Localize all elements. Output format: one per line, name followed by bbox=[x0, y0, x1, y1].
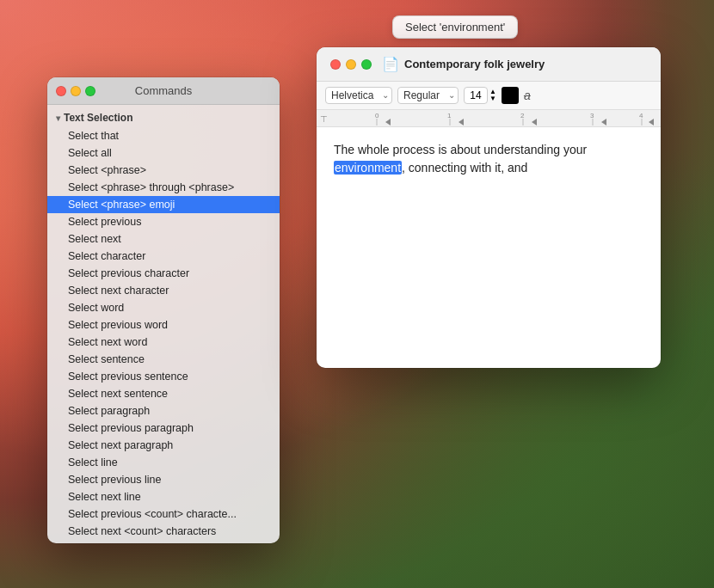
list-item[interactable]: Select next bbox=[47, 230, 280, 248]
chevron-down-icon: ▾ bbox=[56, 113, 60, 123]
list-item[interactable]: Select that bbox=[47, 127, 280, 144]
commands-window: Commands ▾ Text Selection Select that Se… bbox=[47, 77, 280, 543]
doc-ruler: ⊤ 0 1 2 3 4 bbox=[317, 110, 661, 127]
minimize-button[interactable] bbox=[71, 86, 81, 96]
svg-text:⊤: ⊤ bbox=[320, 114, 328, 124]
svg-text:1: 1 bbox=[447, 112, 452, 119]
doc-text-highlighted: environment bbox=[334, 161, 402, 175]
list-item[interactable]: Select previous character bbox=[47, 265, 280, 282]
style-selector[interactable]: Regular bbox=[397, 87, 459, 104]
svg-text:2: 2 bbox=[520, 112, 525, 119]
list-item-selected[interactable]: Select <phrase> emoji bbox=[47, 196, 280, 213]
section-label: Text Selection bbox=[64, 112, 132, 124]
svg-text:3: 3 bbox=[590, 112, 594, 119]
font-selector-wrapper: Helvetica bbox=[325, 87, 392, 104]
list-item[interactable]: Select word bbox=[47, 299, 280, 316]
list-item[interactable]: Select next <count> characters bbox=[47, 523, 280, 540]
doc-close-button[interactable] bbox=[330, 59, 341, 70]
commands-window-title: Commands bbox=[135, 84, 192, 97]
list-item[interactable]: Select previous bbox=[47, 213, 280, 230]
doc-minimize-button[interactable] bbox=[346, 59, 356, 70]
doc-text-before: The whole process is about understanding… bbox=[334, 143, 587, 156]
close-button[interactable] bbox=[56, 86, 66, 96]
doc-icon: 📄 bbox=[382, 56, 399, 72]
doc-traffic-lights bbox=[330, 59, 372, 70]
doc-text-after: , connecting with it, and bbox=[402, 161, 527, 175]
list-item[interactable]: Select all bbox=[47, 144, 280, 162]
list-item[interactable]: Select next line bbox=[47, 488, 280, 505]
list-item[interactable]: Select next word bbox=[47, 334, 280, 351]
strikethrough-icon[interactable]: a bbox=[524, 89, 531, 102]
commands-titlebar: Commands bbox=[47, 77, 280, 105]
tooltip: Select 'environment' bbox=[392, 15, 518, 39]
svg-rect-0 bbox=[317, 110, 661, 127]
list-item[interactable]: Select previous paragraph bbox=[47, 420, 280, 437]
list-item[interactable]: Select previous line bbox=[47, 471, 280, 488]
list-item[interactable]: Select next paragraph bbox=[47, 437, 280, 454]
list-item[interactable]: Select sentence bbox=[47, 351, 280, 368]
list-item[interactable]: Select previous sentence bbox=[47, 368, 280, 385]
style-selector-wrapper: Regular bbox=[397, 87, 459, 104]
svg-text:0: 0 bbox=[375, 112, 379, 119]
ruler-svg: ⊤ 0 1 2 3 4 bbox=[317, 110, 661, 127]
doc-maximize-button[interactable] bbox=[361, 59, 372, 70]
font-selector[interactable]: Helvetica bbox=[325, 87, 392, 104]
section-header-text-selection: ▾ Text Selection bbox=[47, 108, 280, 127]
list-item[interactable]: Select <phrase> bbox=[47, 162, 280, 179]
font-size-down[interactable]: ▼ bbox=[489, 95, 496, 102]
svg-text:4: 4 bbox=[639, 112, 643, 119]
font-size-group: ▲ ▼ bbox=[464, 87, 496, 104]
doc-titlebar: 📄 Contemporary folk jewelry bbox=[317, 47, 661, 82]
list-item[interactable]: Select paragraph bbox=[47, 402, 280, 420]
list-item[interactable]: Select character bbox=[47, 248, 280, 265]
font-size-stepper: ▲ ▼ bbox=[489, 89, 496, 102]
font-size-input[interactable] bbox=[464, 87, 488, 104]
list-item[interactable]: Select previous word bbox=[47, 316, 280, 334]
list-item[interactable]: Select previous <count> characte... bbox=[47, 505, 280, 523]
tooltip-text: Select 'environment' bbox=[405, 21, 505, 34]
maximize-button[interactable] bbox=[85, 86, 95, 96]
doc-title: Contemporary folk jewelry bbox=[404, 58, 545, 70]
color-swatch[interactable] bbox=[502, 87, 519, 104]
list-item[interactable]: Select <phrase> through <phrase> bbox=[47, 179, 280, 196]
traffic-lights bbox=[56, 86, 95, 96]
list-item[interactable]: Select next character bbox=[47, 282, 280, 299]
list-item[interactable]: Select next sentence bbox=[47, 385, 280, 402]
doc-window: 📄 Contemporary folk jewelry Helvetica Re… bbox=[317, 47, 661, 368]
list-item[interactable]: Select line bbox=[47, 454, 280, 471]
commands-list: ▾ Text Selection Select that Select all … bbox=[47, 105, 280, 543]
doc-content[interactable]: The whole process is about understanding… bbox=[317, 127, 661, 368]
doc-toolbar: Helvetica Regular ▲ ▼ a bbox=[317, 82, 661, 110]
